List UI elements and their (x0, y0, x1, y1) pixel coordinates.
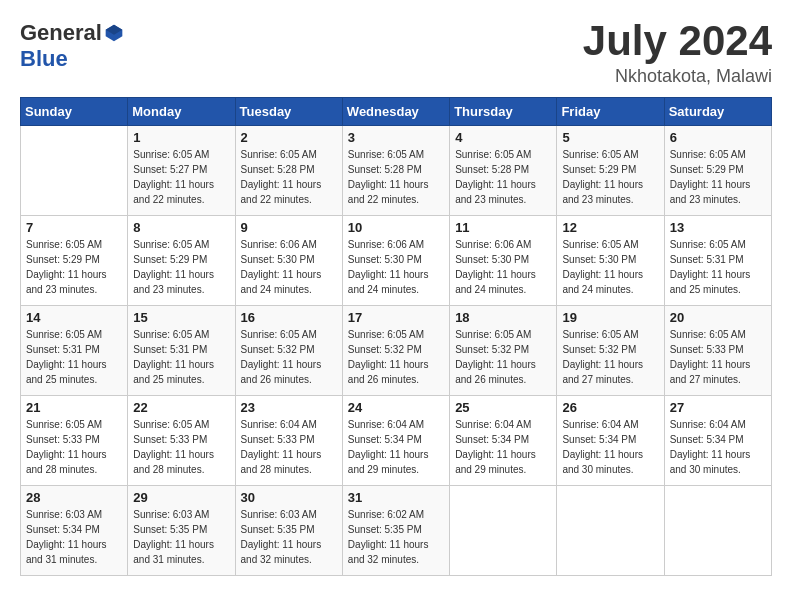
day-info: Sunrise: 6:05 AM Sunset: 5:32 PM Dayligh… (348, 327, 444, 387)
calendar-cell: 27Sunrise: 6:04 AM Sunset: 5:34 PM Dayli… (664, 396, 771, 486)
calendar-cell: 23Sunrise: 6:04 AM Sunset: 5:33 PM Dayli… (235, 396, 342, 486)
calendar-cell: 22Sunrise: 6:05 AM Sunset: 5:33 PM Dayli… (128, 396, 235, 486)
weekday-header: Sunday (21, 98, 128, 126)
calendar-week-row: 28Sunrise: 6:03 AM Sunset: 5:34 PM Dayli… (21, 486, 772, 576)
day-info: Sunrise: 6:04 AM Sunset: 5:34 PM Dayligh… (562, 417, 658, 477)
weekday-header-row: SundayMondayTuesdayWednesdayThursdayFrid… (21, 98, 772, 126)
day-number: 13 (670, 220, 766, 235)
calendar-cell: 26Sunrise: 6:04 AM Sunset: 5:34 PM Dayli… (557, 396, 664, 486)
day-info: Sunrise: 6:05 AM Sunset: 5:32 PM Dayligh… (455, 327, 551, 387)
weekday-header: Tuesday (235, 98, 342, 126)
day-info: Sunrise: 6:05 AM Sunset: 5:33 PM Dayligh… (133, 417, 229, 477)
calendar-header: SundayMondayTuesdayWednesdayThursdayFrid… (21, 98, 772, 126)
calendar-cell: 17Sunrise: 6:05 AM Sunset: 5:32 PM Dayli… (342, 306, 449, 396)
calendar-cell: 20Sunrise: 6:05 AM Sunset: 5:33 PM Dayli… (664, 306, 771, 396)
day-number: 22 (133, 400, 229, 415)
calendar-cell (21, 126, 128, 216)
calendar-cell: 13Sunrise: 6:05 AM Sunset: 5:31 PM Dayli… (664, 216, 771, 306)
weekday-header: Monday (128, 98, 235, 126)
calendar-cell: 3Sunrise: 6:05 AM Sunset: 5:28 PM Daylig… (342, 126, 449, 216)
day-info: Sunrise: 6:05 AM Sunset: 5:32 PM Dayligh… (562, 327, 658, 387)
day-number: 28 (26, 490, 122, 505)
calendar-cell: 28Sunrise: 6:03 AM Sunset: 5:34 PM Dayli… (21, 486, 128, 576)
weekday-header: Wednesday (342, 98, 449, 126)
calendar-cell: 31Sunrise: 6:02 AM Sunset: 5:35 PM Dayli… (342, 486, 449, 576)
calendar-cell: 18Sunrise: 6:05 AM Sunset: 5:32 PM Dayli… (450, 306, 557, 396)
calendar-cell: 10Sunrise: 6:06 AM Sunset: 5:30 PM Dayli… (342, 216, 449, 306)
day-info: Sunrise: 6:05 AM Sunset: 5:28 PM Dayligh… (455, 147, 551, 207)
calendar-cell: 25Sunrise: 6:04 AM Sunset: 5:34 PM Dayli… (450, 396, 557, 486)
calendar-cell: 29Sunrise: 6:03 AM Sunset: 5:35 PM Dayli… (128, 486, 235, 576)
day-info: Sunrise: 6:04 AM Sunset: 5:34 PM Dayligh… (670, 417, 766, 477)
logo-icon (104, 23, 124, 43)
logo-blue: Blue (20, 46, 68, 72)
calendar-cell: 16Sunrise: 6:05 AM Sunset: 5:32 PM Dayli… (235, 306, 342, 396)
day-number: 12 (562, 220, 658, 235)
day-info: Sunrise: 6:05 AM Sunset: 5:33 PM Dayligh… (670, 327, 766, 387)
calendar-cell: 12Sunrise: 6:05 AM Sunset: 5:30 PM Dayli… (557, 216, 664, 306)
day-info: Sunrise: 6:06 AM Sunset: 5:30 PM Dayligh… (455, 237, 551, 297)
day-info: Sunrise: 6:04 AM Sunset: 5:33 PM Dayligh… (241, 417, 337, 477)
calendar-cell: 8Sunrise: 6:05 AM Sunset: 5:29 PM Daylig… (128, 216, 235, 306)
day-info: Sunrise: 6:02 AM Sunset: 5:35 PM Dayligh… (348, 507, 444, 567)
calendar-cell (450, 486, 557, 576)
day-info: Sunrise: 6:06 AM Sunset: 5:30 PM Dayligh… (241, 237, 337, 297)
location: Nkhotakota, Malawi (583, 66, 772, 87)
day-number: 29 (133, 490, 229, 505)
day-number: 4 (455, 130, 551, 145)
calendar-cell: 14Sunrise: 6:05 AM Sunset: 5:31 PM Dayli… (21, 306, 128, 396)
day-number: 26 (562, 400, 658, 415)
calendar-body: 1Sunrise: 6:05 AM Sunset: 5:27 PM Daylig… (21, 126, 772, 576)
calendar-cell: 7Sunrise: 6:05 AM Sunset: 5:29 PM Daylig… (21, 216, 128, 306)
day-info: Sunrise: 6:05 AM Sunset: 5:28 PM Dayligh… (241, 147, 337, 207)
calendar-cell: 11Sunrise: 6:06 AM Sunset: 5:30 PM Dayli… (450, 216, 557, 306)
calendar-cell: 24Sunrise: 6:04 AM Sunset: 5:34 PM Dayli… (342, 396, 449, 486)
calendar-cell: 15Sunrise: 6:05 AM Sunset: 5:31 PM Dayli… (128, 306, 235, 396)
logo-general: General (20, 20, 102, 46)
day-info: Sunrise: 6:05 AM Sunset: 5:31 PM Dayligh… (670, 237, 766, 297)
day-info: Sunrise: 6:03 AM Sunset: 5:35 PM Dayligh… (133, 507, 229, 567)
day-info: Sunrise: 6:05 AM Sunset: 5:33 PM Dayligh… (26, 417, 122, 477)
logo: General Blue (20, 20, 124, 72)
day-info: Sunrise: 6:05 AM Sunset: 5:32 PM Dayligh… (241, 327, 337, 387)
calendar-cell: 19Sunrise: 6:05 AM Sunset: 5:32 PM Dayli… (557, 306, 664, 396)
day-info: Sunrise: 6:06 AM Sunset: 5:30 PM Dayligh… (348, 237, 444, 297)
day-number: 11 (455, 220, 551, 235)
calendar-cell: 5Sunrise: 6:05 AM Sunset: 5:29 PM Daylig… (557, 126, 664, 216)
day-number: 19 (562, 310, 658, 325)
day-info: Sunrise: 6:05 AM Sunset: 5:31 PM Dayligh… (133, 327, 229, 387)
calendar-cell: 1Sunrise: 6:05 AM Sunset: 5:27 PM Daylig… (128, 126, 235, 216)
day-info: Sunrise: 6:04 AM Sunset: 5:34 PM Dayligh… (455, 417, 551, 477)
day-info: Sunrise: 6:05 AM Sunset: 5:29 PM Dayligh… (670, 147, 766, 207)
day-number: 7 (26, 220, 122, 235)
day-info: Sunrise: 6:05 AM Sunset: 5:29 PM Dayligh… (562, 147, 658, 207)
day-number: 30 (241, 490, 337, 505)
weekday-header: Saturday (664, 98, 771, 126)
day-info: Sunrise: 6:03 AM Sunset: 5:35 PM Dayligh… (241, 507, 337, 567)
calendar-week-row: 14Sunrise: 6:05 AM Sunset: 5:31 PM Dayli… (21, 306, 772, 396)
day-number: 27 (670, 400, 766, 415)
day-number: 31 (348, 490, 444, 505)
day-info: Sunrise: 6:05 AM Sunset: 5:29 PM Dayligh… (26, 237, 122, 297)
calendar-cell: 6Sunrise: 6:05 AM Sunset: 5:29 PM Daylig… (664, 126, 771, 216)
day-number: 15 (133, 310, 229, 325)
day-info: Sunrise: 6:05 AM Sunset: 5:29 PM Dayligh… (133, 237, 229, 297)
day-number: 6 (670, 130, 766, 145)
day-info: Sunrise: 6:04 AM Sunset: 5:34 PM Dayligh… (348, 417, 444, 477)
day-number: 3 (348, 130, 444, 145)
month-year: July 2024 (583, 20, 772, 62)
calendar-cell: 2Sunrise: 6:05 AM Sunset: 5:28 PM Daylig… (235, 126, 342, 216)
day-number: 1 (133, 130, 229, 145)
day-number: 14 (26, 310, 122, 325)
day-info: Sunrise: 6:05 AM Sunset: 5:27 PM Dayligh… (133, 147, 229, 207)
day-number: 10 (348, 220, 444, 235)
calendar-table: SundayMondayTuesdayWednesdayThursdayFrid… (20, 97, 772, 576)
day-info: Sunrise: 6:05 AM Sunset: 5:31 PM Dayligh… (26, 327, 122, 387)
calendar-week-row: 21Sunrise: 6:05 AM Sunset: 5:33 PM Dayli… (21, 396, 772, 486)
calendar-week-row: 1Sunrise: 6:05 AM Sunset: 5:27 PM Daylig… (21, 126, 772, 216)
day-number: 18 (455, 310, 551, 325)
day-number: 9 (241, 220, 337, 235)
title-block: July 2024 Nkhotakota, Malawi (583, 20, 772, 87)
day-number: 25 (455, 400, 551, 415)
day-number: 17 (348, 310, 444, 325)
